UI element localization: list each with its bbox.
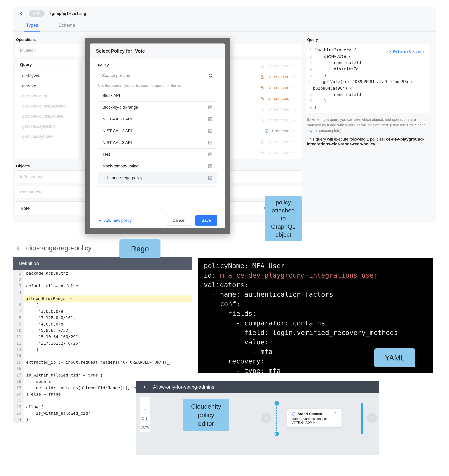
flow-end-node[interactable] bbox=[367, 413, 377, 423]
chevron-down-icon[interactable] bbox=[292, 151, 296, 155]
lock-open-icon bbox=[260, 96, 264, 101]
refresh-icon bbox=[292, 412, 296, 416]
query-item[interactable]: getVotesByState bbox=[15, 131, 78, 142]
chevron-down-icon[interactable] bbox=[292, 86, 296, 90]
search-input[interactable] bbox=[98, 70, 217, 81]
policy-item[interactable]: Test bbox=[98, 149, 217, 160]
policy-item[interactable]: NIST-AAL-2 API bbox=[98, 125, 217, 137]
back-arrow-icon[interactable] bbox=[18, 11, 24, 17]
reformat-button[interactable]: Reformat query bbox=[384, 47, 427, 56]
lock-open-icon bbox=[260, 85, 264, 90]
breadcrumb: ANY /graphql-voting bbox=[13, 7, 436, 19]
edit-icon[interactable] bbox=[208, 140, 213, 145]
flow-start-node[interactable] bbox=[261, 413, 271, 423]
svg-rect-5 bbox=[261, 120, 264, 122]
flow-end-bar bbox=[361, 403, 363, 434]
svg-rect-9 bbox=[208, 106, 212, 109]
svg-rect-1 bbox=[261, 77, 264, 78]
svg-rect-4 bbox=[261, 109, 264, 111]
svg-rect-15 bbox=[208, 176, 212, 179]
policy-list[interactable]: Block APIBlock-by-cidr-rangeNIST-AAL-1 A… bbox=[98, 90, 217, 187]
plus-handle-icon[interactable]: + bbox=[275, 401, 279, 405]
tabs: Types Schema bbox=[13, 19, 436, 32]
search-icon bbox=[208, 73, 213, 78]
exec-text: This query will execute following 1 poli… bbox=[307, 137, 429, 147]
policy-label: Policy bbox=[98, 63, 217, 67]
plus-icon bbox=[98, 218, 102, 223]
chevron-right-icon bbox=[264, 416, 269, 420]
add-policy-button[interactable]: Add new policy bbox=[98, 218, 132, 223]
modal-overlay: Select Policy for: Vote Policy Use the s… bbox=[85, 38, 230, 234]
definition-header: Definition bbox=[13, 257, 192, 270]
query-help: By entering a query you can see which ob… bbox=[307, 117, 429, 133]
policy-editor-panel: Allow-only-for-voting-admins +−1:170% Cl… bbox=[136, 381, 379, 455]
svg-rect-6 bbox=[261, 142, 264, 143]
cancel-button[interactable]: Cancel bbox=[166, 215, 192, 226]
save-button[interactable]: Save bbox=[195, 215, 217, 226]
svg-rect-13 bbox=[208, 153, 212, 156]
svg-rect-12 bbox=[208, 141, 212, 144]
policy-item[interactable]: NIST-AAL-3 API bbox=[98, 137, 217, 149]
query-item[interactable]: getVoteCountsByDistrict bbox=[15, 101, 78, 111]
shield-check-icon bbox=[264, 129, 269, 133]
chevron-down-icon[interactable] bbox=[292, 118, 296, 122]
search-hint: Use the search if your policy does not a… bbox=[98, 84, 217, 88]
query-item[interactable]: getVotesByDistrict bbox=[15, 121, 78, 131]
query-item[interactable]: getVote bbox=[15, 81, 78, 91]
svg-rect-7 bbox=[261, 153, 264, 154]
svg-point-8 bbox=[209, 74, 212, 77]
zoom-button[interactable]: 1:1 bbox=[140, 414, 150, 423]
more-icon[interactable]: ⋮ bbox=[334, 412, 337, 416]
edit-icon[interactable] bbox=[208, 164, 213, 169]
edit-icon[interactable] bbox=[208, 128, 213, 133]
chevron-up-icon[interactable] bbox=[292, 75, 296, 79]
lock-open-icon bbox=[260, 64, 264, 68]
query-item[interactable]: getVoteCountsByState bbox=[15, 111, 78, 121]
edit-icon[interactable] bbox=[208, 117, 213, 122]
zoom-button[interactable]: 70% bbox=[140, 423, 150, 432]
edit-icon[interactable] bbox=[208, 176, 213, 180]
lock-open-icon bbox=[260, 150, 264, 155]
policy-item[interactable]: Block API bbox=[98, 90, 217, 102]
svg-rect-2 bbox=[261, 88, 264, 89]
tab-schema[interactable]: Schema bbox=[57, 19, 77, 31]
chevron-down-icon[interactable] bbox=[292, 64, 296, 68]
chevron-down-icon[interactable] bbox=[292, 140, 296, 144]
chevron-up-icon[interactable] bbox=[208, 94, 213, 98]
callout-rego: Rego bbox=[119, 239, 161, 258]
chevron-right-icon bbox=[370, 416, 374, 420]
policy-item[interactable]: block-remote-voting bbox=[98, 160, 217, 172]
vote-label: Vote bbox=[21, 206, 30, 211]
policy-item[interactable]: NIST-AAL-1 API bbox=[98, 113, 217, 125]
tab-types[interactable]: Types bbox=[24, 19, 40, 32]
zoom-button[interactable]: − bbox=[140, 405, 150, 414]
rego-title: cidr-range-rego-policy bbox=[26, 244, 91, 252]
policy-item[interactable]: cidr-range-rego-policy bbox=[98, 172, 217, 184]
plus-handle-icon[interactable]: + bbox=[275, 431, 279, 436]
query-editor[interactable]: 1"kw-blue">query {2 getMyVote {3 candida… bbox=[306, 44, 430, 113]
callout-policy-attached: policy attached to GraphQL object bbox=[265, 196, 302, 241]
edit-icon[interactable] bbox=[208, 152, 213, 157]
chevron-down-icon[interactable] bbox=[292, 108, 296, 111]
policy-item[interactable]: Block-by-cidr-range bbox=[98, 102, 217, 113]
chevron-down-icon[interactable] bbox=[292, 129, 296, 133]
query-item[interactable]: getMyVote bbox=[15, 71, 78, 81]
chevron-down-icon[interactable] bbox=[292, 97, 296, 100]
zoom-button[interactable]: + bbox=[140, 397, 150, 405]
lock-open-icon bbox=[260, 118, 264, 122]
svg-rect-14 bbox=[208, 164, 212, 168]
zoom-toolbar: +−1:170% bbox=[140, 397, 150, 432]
lock-open-icon bbox=[260, 75, 264, 79]
query-item[interactable]: getVoteCount bbox=[15, 91, 78, 101]
edit-icon[interactable] bbox=[208, 105, 213, 110]
svg-rect-0 bbox=[261, 66, 264, 68]
back-arrow-icon[interactable] bbox=[142, 384, 147, 390]
svg-rect-11 bbox=[208, 129, 212, 132]
lock-open-icon bbox=[260, 140, 264, 144]
svg-rect-3 bbox=[261, 98, 264, 100]
flow-card[interactable]: AuthN Context: ⋮ authnCtx.groups contain… bbox=[287, 409, 342, 427]
callout-yaml: YAML bbox=[374, 348, 415, 367]
query-title: Query bbox=[307, 38, 430, 42]
back-arrow-icon[interactable] bbox=[15, 245, 21, 251]
code-icon bbox=[387, 50, 391, 54]
